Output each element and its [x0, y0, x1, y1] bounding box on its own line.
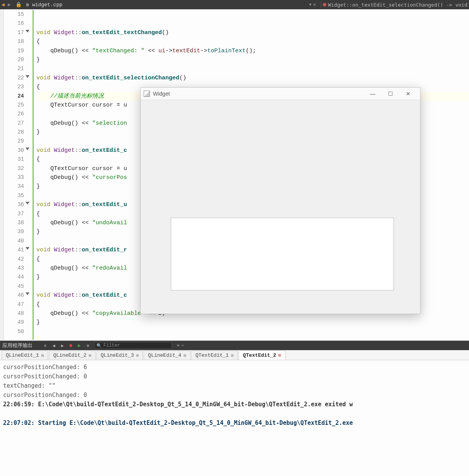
- output-tab[interactable]: QLineEdit_4⊠: [144, 351, 190, 360]
- fold-toggle-icon[interactable]: [26, 292, 29, 295]
- line-number[interactable]: 15: [4, 10, 24, 19]
- tab-close-icon[interactable]: ⊠: [184, 353, 186, 358]
- code-line[interactable]: {: [36, 37, 469, 46]
- line-number[interactable]: 16: [4, 19, 24, 28]
- plus-icon[interactable]: +: [177, 343, 180, 349]
- close-button[interactable]: ✕: [399, 88, 417, 100]
- next-icon[interactable]: ▶: [59, 342, 66, 349]
- output-tab[interactable]: QLineEdit_2⊠: [49, 351, 95, 360]
- line-number[interactable]: 41: [4, 246, 24, 254]
- line-number[interactable]: 36: [4, 200, 24, 209]
- minimize-button[interactable]: —: [364, 88, 381, 100]
- fold-toggle-icon[interactable]: [26, 75, 29, 78]
- widget-title: Widget: [153, 91, 170, 97]
- line-number[interactable]: 39: [4, 227, 24, 236]
- tab-close-icon[interactable]: ✕: [313, 2, 316, 8]
- line-number[interactable]: 18: [4, 37, 24, 46]
- code-line[interactable]: [36, 19, 469, 28]
- line-number[interactable]: 33: [4, 173, 24, 182]
- tab-close-icon[interactable]: ⊠: [136, 353, 139, 358]
- output-tab[interactable]: QLineEdit_1⊠: [2, 351, 48, 360]
- fold-bar: [0, 9, 4, 340]
- line-number[interactable]: 35: [4, 191, 24, 200]
- line-number[interactable]: 20: [4, 55, 24, 64]
- lock-icon[interactable]: 🔒: [15, 2, 21, 8]
- breadcrumb[interactable]: Widget::on_textEdit_selectionChanged() -…: [328, 2, 467, 8]
- tab-close-icon[interactable]: ⊠: [89, 353, 91, 358]
- code-line[interactable]: [36, 327, 469, 336]
- fold-strip: [26, 9, 33, 340]
- line-number[interactable]: 44: [4, 273, 24, 282]
- line-number[interactable]: 37: [4, 210, 24, 218]
- line-number[interactable]: 26: [4, 110, 24, 119]
- code-line[interactable]: }: [36, 55, 469, 64]
- run-icon[interactable]: ▶: [76, 342, 83, 349]
- line-number[interactable]: 31: [4, 155, 24, 164]
- line-number[interactable]: 40: [4, 237, 24, 246]
- code-line[interactable]: }: [36, 318, 469, 327]
- line-number[interactable]: 42: [4, 255, 24, 264]
- tab-dropdown-icon[interactable]: ▼: [309, 3, 311, 7]
- widget-window[interactable]: Widget — ☐ ✕: [140, 87, 421, 314]
- text-edit-area[interactable]: [171, 218, 394, 290]
- output-tab[interactable]: QLineEdit_3⊠: [96, 351, 143, 360]
- line-number[interactable]: 28: [4, 128, 24, 137]
- line-number[interactable]: 46: [4, 291, 24, 300]
- line-number[interactable]: 34: [4, 182, 24, 191]
- output-body[interactable]: cursorPositionChanged: 6cursorPositionCh…: [0, 360, 469, 430]
- line-number[interactable]: 32: [4, 164, 24, 173]
- line-number[interactable]: 49: [4, 318, 24, 327]
- code-line[interactable]: void Widget::on_textEdit_selectionChange…: [36, 74, 469, 82]
- fold-toggle-icon[interactable]: [26, 202, 29, 204]
- line-number[interactable]: 23: [4, 82, 24, 91]
- line-number[interactable]: 48: [4, 309, 24, 318]
- maximize-button[interactable]: ☐: [381, 88, 399, 100]
- output-tabs: QLineEdit_1⊠QLineEdit_2⊠QLineEdit_3⊠QLin…: [0, 350, 469, 360]
- line-number[interactable]: 45: [4, 282, 24, 291]
- widget-titlebar[interactable]: Widget — ☐ ✕: [141, 88, 420, 100]
- minus-icon[interactable]: −: [181, 343, 184, 349]
- tab-close-icon[interactable]: ⊠: [231, 353, 234, 358]
- stop-icon[interactable]: ■: [67, 342, 74, 349]
- toolbar-divider: [321, 2, 321, 8]
- line-number[interactable]: 27: [4, 119, 24, 128]
- line-number[interactable]: 29: [4, 137, 24, 146]
- prev-icon[interactable]: ◀: [50, 342, 57, 349]
- line-number[interactable]: 19: [4, 46, 24, 55]
- line-number[interactable]: 50: [4, 327, 24, 336]
- output-tab-label: QTextEdit_2: [243, 352, 276, 358]
- filter-placeholder: Filter: [103, 343, 120, 348]
- line-number[interactable]: 21: [4, 64, 24, 73]
- output-tab[interactable]: QTextEdit_2⊠: [239, 351, 285, 360]
- widget-body: [141, 100, 420, 314]
- line-number[interactable]: 47: [4, 300, 24, 309]
- nav-forward-icon[interactable]: ▶: [8, 2, 13, 8]
- line-number[interactable]: 30: [4, 146, 24, 155]
- output-line: cursorPositionChanged: 6: [3, 363, 466, 372]
- top-toolbar: ◀ ▶ 🔒 🗎 widget.cpp ▼ ✕ ⬣ Widget::on_text…: [0, 0, 469, 9]
- line-number[interactable]: 38: [4, 218, 24, 227]
- code-line[interactable]: [36, 10, 469, 19]
- code-line[interactable]: qDebug() << "textChanged: " << ui->textE…: [36, 46, 469, 55]
- fold-toggle-icon[interactable]: [26, 30, 29, 33]
- code-line[interactable]: void Widget::on_textEdit_textChanged(): [36, 28, 469, 37]
- nav-back-icon[interactable]: ◀: [2, 2, 7, 8]
- method-icon: ⬣: [323, 2, 326, 8]
- line-number[interactable]: 25: [4, 101, 24, 110]
- filter-input[interactable]: 🔍 Filter: [94, 342, 172, 349]
- code-line[interactable]: [36, 64, 469, 73]
- line-number[interactable]: 22: [4, 74, 24, 82]
- tab-close-icon[interactable]: ⊠: [278, 353, 281, 358]
- tab-close-icon[interactable]: ⊠: [41, 353, 44, 358]
- attach-icon[interactable]: ⇱: [42, 342, 49, 349]
- file-tab[interactable]: 🗎 widget.cpp: [22, 1, 65, 9]
- line-number[interactable]: 17: [4, 28, 24, 37]
- fold-toggle-icon[interactable]: [26, 247, 29, 250]
- line-number[interactable]: 24: [4, 92, 24, 101]
- line-number-gutter[interactable]: 1516171819202122232425262728293031323334…: [4, 9, 26, 340]
- output-tab-label: QLineEdit_4: [148, 352, 181, 358]
- gear-icon[interactable]: ⚙: [84, 342, 91, 349]
- fold-toggle-icon[interactable]: [26, 148, 29, 150]
- line-number[interactable]: 43: [4, 264, 24, 273]
- output-tab[interactable]: QTextEdit_1⊠: [191, 351, 238, 360]
